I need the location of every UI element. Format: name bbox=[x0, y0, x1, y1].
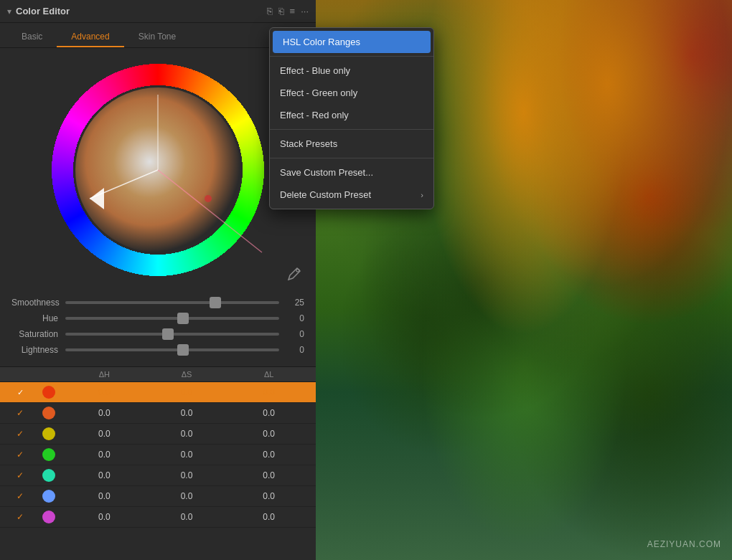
lightness-row: Lightness 0 bbox=[11, 345, 304, 355]
menu-item-save-custom-preset[interactable]: Save Custom Preset... bbox=[270, 161, 433, 184]
row-ds: 0.0 bbox=[146, 450, 228, 460]
hue-value: 0 bbox=[279, 313, 304, 323]
lightness-value: 0 bbox=[279, 345, 304, 355]
row-dh: 0.0 bbox=[63, 450, 146, 460]
submenu-arrow-icon: › bbox=[421, 191, 423, 199]
table-row[interactable]: ✓ 0.0 0.0 0.0 bbox=[0, 486, 316, 507]
smoothness-row: Smoothness 25 bbox=[11, 298, 304, 308]
table-row[interactable]: ✓ 0.0 0.0 0.0 bbox=[0, 507, 316, 528]
row-check[interactable]: ✓ bbox=[6, 512, 34, 522]
collapse-icon[interactable]: ▾ bbox=[7, 6, 11, 16]
tab-advanced[interactable]: Advanced bbox=[57, 27, 123, 47]
color-table: ΔH ΔS ΔL ✓ 0.0 0.0 0.0 ✓ 0.0 0.0 0.0 bbox=[0, 366, 316, 560]
row-color-swatch bbox=[34, 407, 63, 419]
row-checkbox[interactable]: ✓ bbox=[6, 386, 34, 398]
row-check[interactable]: ✓ bbox=[6, 408, 34, 418]
row-ds: 0.0 bbox=[146, 387, 228, 397]
menu-item-effect-green-only[interactable]: Effect - Green only bbox=[270, 82, 433, 104]
paste-icon[interactable]: ⎗ bbox=[278, 6, 284, 16]
saturation-thumb[interactable] bbox=[162, 328, 174, 340]
row-check[interactable]: ✓ bbox=[6, 450, 34, 460]
saturation-track[interactable] bbox=[65, 333, 279, 336]
row-dh: 0.0 bbox=[63, 491, 146, 501]
menu-item-delete-custom-preset[interactable]: Delete Custom Preset › bbox=[270, 184, 433, 206]
saturation-value: 0 bbox=[279, 329, 304, 339]
smoothness-value: 25 bbox=[279, 298, 304, 308]
smoothness-label: Smoothness bbox=[11, 298, 65, 308]
row-color-swatch bbox=[34, 448, 63, 461]
lightness-thumb[interactable] bbox=[177, 344, 189, 356]
more-icon[interactable]: ··· bbox=[301, 6, 309, 16]
row-dl: 0.0 bbox=[227, 429, 310, 439]
row-ds: 0.0 bbox=[146, 408, 228, 418]
saturation-label: Saturation bbox=[11, 329, 65, 339]
row-dh: 0.0 bbox=[63, 387, 146, 397]
copy-icon[interactable]: ⎘ bbox=[267, 6, 273, 16]
table-row[interactable]: ✓ 0.0 0.0 0.0 bbox=[0, 445, 316, 465]
table-row[interactable]: ✓ 0.0 0.0 0.0 bbox=[0, 465, 316, 486]
row-dl: 0.0 bbox=[227, 470, 310, 480]
dropdown-menu: HSL Color Ranges Effect - Blue only Effe… bbox=[269, 27, 434, 209]
panel-title: Color Editor bbox=[16, 6, 267, 16]
panel-header: ▾ Color Editor ⎘ ⎗ ≡ ··· bbox=[0, 0, 316, 23]
col-dh: ΔH bbox=[63, 370, 146, 379]
row-ds: 0.0 bbox=[146, 512, 228, 522]
watermark: AEZIYUAN.COM bbox=[647, 539, 721, 549]
row-dh: 0.0 bbox=[63, 408, 146, 418]
table-row[interactable]: ✓ 0.0 0.0 0.0 bbox=[0, 403, 316, 424]
row-ds: 0.0 bbox=[146, 429, 228, 439]
table-header: ΔH ΔS ΔL bbox=[0, 366, 316, 382]
hue-row: Hue 0 bbox=[11, 313, 304, 323]
row-color-swatch bbox=[34, 490, 63, 503]
menu-item-hsl-color-ranges[interactable]: HSL Color Ranges bbox=[273, 31, 431, 53]
sliders-section: Smoothness 25 Hue 0 Saturation 0 Lightne… bbox=[0, 292, 316, 366]
hue-label: Hue bbox=[11, 313, 65, 323]
table-row[interactable]: ✓ 0.0 0.0 0.0 bbox=[0, 424, 316, 445]
tabs: Basic Advanced Skin Tone bbox=[0, 23, 316, 48]
color-wheel[interactable] bbox=[47, 59, 269, 281]
row-color-swatch bbox=[34, 386, 63, 399]
left-panel: ▾ Color Editor ⎘ ⎗ ≡ ··· Basic Advanced … bbox=[0, 0, 316, 560]
dropper-icon[interactable] bbox=[287, 267, 301, 285]
header-icons: ⎘ ⎗ ≡ ··· bbox=[267, 6, 309, 16]
col-ds: ΔS bbox=[146, 370, 228, 379]
row-dl: 0.0 bbox=[227, 387, 310, 397]
color-wheel-container bbox=[0, 48, 316, 292]
col-color bbox=[34, 370, 63, 379]
tab-skin-tone[interactable]: Skin Tone bbox=[124, 27, 190, 47]
menu-icon[interactable]: ≡ bbox=[290, 6, 296, 16]
row-dh: 0.0 bbox=[63, 470, 146, 480]
row-ds: 0.0 bbox=[146, 491, 228, 501]
col-dl: ΔL bbox=[227, 370, 310, 379]
row-dl: 0.0 bbox=[227, 450, 310, 460]
menu-item-effect-red-only[interactable]: Effect - Red only bbox=[270, 104, 433, 126]
table-row[interactable]: ✓ 0.0 0.0 0.0 bbox=[0, 382, 316, 403]
tab-basic[interactable]: Basic bbox=[7, 27, 57, 47]
hue-thumb[interactable] bbox=[177, 313, 189, 324]
row-check[interactable]: ✓ bbox=[6, 470, 34, 480]
row-dl: 0.0 bbox=[227, 512, 310, 522]
lightness-label: Lightness bbox=[11, 345, 65, 355]
row-dh: 0.0 bbox=[63, 429, 146, 439]
row-color-swatch bbox=[34, 427, 63, 440]
col-check bbox=[6, 370, 34, 379]
row-dl: 0.0 bbox=[227, 491, 310, 501]
row-check[interactable]: ✓ bbox=[6, 429, 34, 439]
lightness-track[interactable] bbox=[65, 348, 279, 351]
row-color-swatch bbox=[34, 511, 63, 523]
menu-divider-2 bbox=[270, 129, 433, 130]
row-ds: 0.0 bbox=[146, 470, 228, 480]
menu-divider-3 bbox=[270, 158, 433, 158]
saturation-row: Saturation 0 bbox=[11, 329, 304, 339]
menu-item-stack-presets[interactable]: Stack Presets bbox=[270, 133, 433, 155]
svg-point-5 bbox=[205, 195, 212, 202]
row-dh: 0.0 bbox=[63, 512, 146, 522]
row-check[interactable]: ✓ bbox=[6, 491, 34, 501]
menu-divider bbox=[270, 56, 433, 57]
row-color-swatch bbox=[34, 469, 63, 482]
smoothness-thumb[interactable] bbox=[210, 297, 221, 308]
row-dl: 0.0 bbox=[227, 408, 310, 418]
smoothness-track[interactable] bbox=[65, 301, 279, 304]
hue-track[interactable] bbox=[65, 317, 279, 320]
menu-item-effect-blue-only[interactable]: Effect - Blue only bbox=[270, 60, 433, 82]
